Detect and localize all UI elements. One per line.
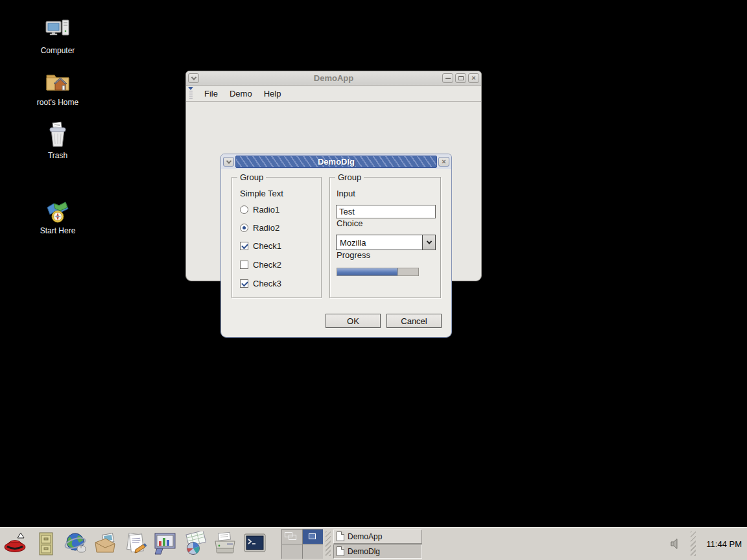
check1-label: Check1 bbox=[253, 241, 281, 251]
home-folder-icon bbox=[45, 69, 71, 96]
window-title: DemoApp bbox=[186, 73, 481, 83]
terminal-icon bbox=[242, 531, 268, 556]
choice-label: Choice bbox=[337, 218, 362, 228]
dialog-title: DemoDlg bbox=[318, 157, 355, 167]
desktop-icon-label: root's Home bbox=[19, 98, 97, 107]
file-manager-launcher[interactable] bbox=[31, 529, 61, 559]
ok-button[interactable]: OK bbox=[326, 314, 381, 328]
radio-row[interactable]: Radio1 bbox=[240, 205, 279, 215]
demoapp-titlebar[interactable]: DemoApp × bbox=[186, 71, 481, 86]
combobox-dropdown-button[interactable] bbox=[422, 235, 435, 250]
dialog-close-button[interactable]: × bbox=[438, 157, 449, 167]
menu-demo[interactable]: Demo bbox=[224, 87, 258, 100]
grip-arrow-icon bbox=[188, 87, 193, 90]
workspace-3[interactable] bbox=[282, 544, 302, 559]
dialog-title-stripe: DemoDlg bbox=[235, 156, 437, 168]
close-icon: × bbox=[442, 158, 445, 165]
task-label: DemoApp bbox=[348, 532, 382, 541]
taskbar: DemoApp DemoDlg 11:44 PM bbox=[0, 527, 747, 560]
menubar-grip-handle[interactable] bbox=[188, 87, 193, 100]
start-here-icon bbox=[45, 198, 71, 224]
checkbox-row[interactable]: Check3 bbox=[240, 279, 281, 288]
chevron-down-icon bbox=[226, 158, 231, 163]
computer-icon bbox=[45, 17, 71, 44]
presentation-icon bbox=[152, 531, 178, 556]
task-label: DemoDlg bbox=[348, 547, 380, 556]
window-page-icon bbox=[337, 531, 344, 541]
email-launcher[interactable] bbox=[91, 529, 121, 559]
desktop-icon-label: Start Here bbox=[19, 226, 97, 235]
workspace-switcher bbox=[281, 529, 323, 559]
groupbox-legend: Group bbox=[335, 172, 364, 182]
globe-browser-icon bbox=[63, 531, 89, 556]
progress-bar-fill bbox=[337, 268, 397, 275]
writer-document-icon bbox=[123, 531, 148, 556]
web-browser-launcher[interactable] bbox=[61, 529, 91, 559]
spreadsheet-launcher[interactable] bbox=[180, 529, 210, 559]
radio2-button[interactable] bbox=[240, 224, 248, 232]
volume-icon[interactable] bbox=[670, 538, 682, 550]
printer-launcher[interactable] bbox=[210, 529, 240, 559]
workspace-4[interactable] bbox=[303, 544, 323, 559]
email-icon bbox=[93, 531, 119, 556]
groupbox-legend: Group bbox=[237, 172, 266, 182]
grip-dots-icon bbox=[189, 91, 193, 100]
system-tray: 11:44 PM bbox=[670, 531, 742, 556]
desktop-icon-roots-home[interactable]: root's Home bbox=[19, 69, 97, 107]
menu-file[interactable]: File bbox=[198, 87, 224, 100]
desktop-icon-start-here[interactable]: Start Here bbox=[19, 198, 97, 235]
workspace-2-active[interactable] bbox=[303, 530, 323, 544]
mini-window-icon bbox=[289, 535, 296, 540]
right-groupbox: Group Input Choice Mozilla Progress bbox=[329, 177, 441, 298]
input-field[interactable] bbox=[336, 205, 436, 218]
main-menu-launcher[interactable] bbox=[1, 529, 31, 559]
trash-icon bbox=[45, 121, 71, 149]
window-page-icon bbox=[337, 546, 344, 556]
demodlg-dialog: DemoDlg × Group Simple Text Radio1 Radio… bbox=[220, 154, 452, 338]
progress-bar bbox=[337, 268, 419, 276]
checkbox-row[interactable]: Check1 bbox=[240, 241, 281, 251]
radio2-label: Radio2 bbox=[253, 223, 279, 233]
chevron-down-icon bbox=[426, 239, 431, 244]
terminal-launcher[interactable] bbox=[240, 529, 270, 559]
menu-help[interactable]: Help bbox=[258, 87, 287, 100]
radio1-label: Radio1 bbox=[253, 205, 279, 215]
tasklist-grip-handle[interactable] bbox=[326, 531, 331, 556]
menubar: File Demo Help bbox=[186, 86, 481, 102]
check3-checkbox[interactable] bbox=[240, 279, 248, 288]
word-processor-launcher[interactable] bbox=[121, 529, 150, 559]
check2-checkbox[interactable] bbox=[240, 261, 248, 269]
checkbox-row[interactable]: Check2 bbox=[240, 260, 281, 270]
demodlg-titlebar[interactable]: DemoDlg × bbox=[221, 154, 451, 169]
check2-label: Check2 bbox=[253, 260, 281, 270]
progress-label: Progress bbox=[337, 250, 370, 260]
mini-window-icon bbox=[309, 533, 316, 539]
radio1-button[interactable] bbox=[240, 205, 248, 214]
spreadsheet-pie-icon bbox=[182, 531, 208, 556]
input-label: Input bbox=[337, 189, 355, 198]
desktop-icon-label: Trash bbox=[19, 151, 97, 160]
printer-icon bbox=[212, 531, 238, 556]
choice-combobox[interactable]: Mozilla bbox=[336, 235, 436, 250]
radio-row[interactable]: Radio2 bbox=[240, 223, 279, 233]
cancel-button[interactable]: Cancel bbox=[386, 314, 442, 328]
desktop-icon-label: Computer bbox=[19, 46, 97, 55]
check1-checkbox[interactable] bbox=[240, 242, 248, 250]
file-cabinet-icon bbox=[33, 531, 59, 556]
task-button-demodlg[interactable]: DemoDlg bbox=[333, 544, 422, 559]
left-groupbox: Group Simple Text Radio1 Radio2 Check1 C… bbox=[231, 177, 322, 298]
check3-label: Check3 bbox=[253, 279, 281, 288]
desktop-icon-computer[interactable]: Computer bbox=[19, 17, 97, 55]
presentation-launcher[interactable] bbox=[150, 529, 180, 559]
red-hat-icon bbox=[3, 531, 29, 556]
task-button-demoapp[interactable]: DemoApp bbox=[333, 530, 422, 544]
workspace-1[interactable] bbox=[282, 530, 302, 544]
simple-text-label: Simple Text bbox=[240, 189, 283, 198]
combobox-value: Mozilla bbox=[337, 238, 422, 248]
desktop-icon-trash[interactable]: Trash bbox=[19, 121, 97, 160]
window-list: DemoApp DemoDlg bbox=[333, 530, 422, 559]
dialog-menu-button[interactable] bbox=[223, 157, 234, 167]
clock[interactable]: 11:44 PM bbox=[706, 539, 742, 549]
clock-grip-handle[interactable] bbox=[691, 531, 696, 556]
